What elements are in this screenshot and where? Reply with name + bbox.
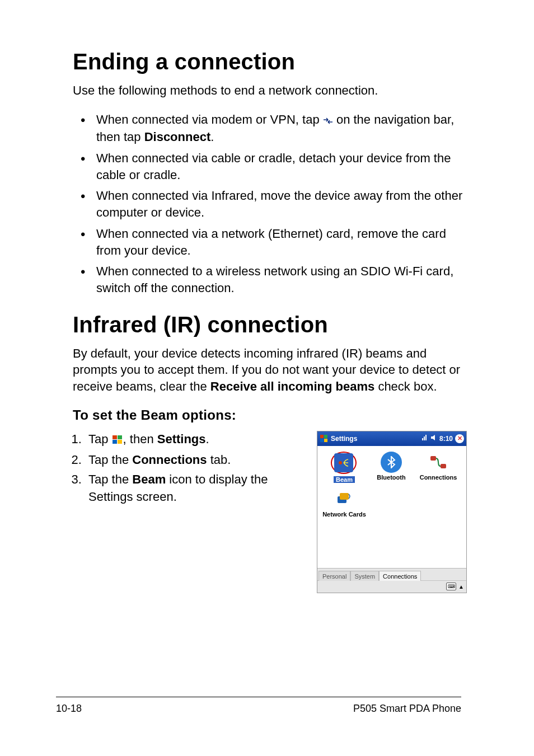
connection-arrows-icon: [323, 112, 333, 129]
beam-app-icon[interactable]: Beam: [321, 450, 368, 483]
tab-personal[interactable]: Personal: [318, 571, 350, 581]
close-button[interactable]: ✕: [455, 434, 464, 443]
heading-ending-connection: Ending a connection: [73, 49, 467, 74]
intro-ending-connection: Use the following methods to end a netwo…: [73, 82, 467, 99]
text-fragment: Tap the: [88, 453, 132, 467]
network-card-icon: [336, 492, 352, 506]
text-fragment: When connected via modem or VPN, tap: [96, 112, 323, 126]
bullet-modem-vpn: When connected via modem or VPN, tap on …: [77, 111, 467, 145]
sip-bar: ⌨ ▲: [317, 580, 466, 593]
beam-infrared-icon: [337, 457, 350, 469]
svg-point-8: [339, 461, 342, 464]
svg-rect-1: [118, 435, 122, 439]
settings-icon-grid: Beam Bluetooth: [317, 446, 466, 568]
svg-rect-9: [430, 456, 436, 461]
svg-rect-12: [340, 493, 349, 500]
subheading-beam-options: To set the Beam options:: [73, 407, 467, 423]
keyboard-icon[interactable]: ⌨: [446, 583, 456, 590]
screenshot-container: Settings 8:10 ✕: [317, 431, 467, 593]
bold-settings: Settings: [157, 432, 206, 446]
product-name: P505 Smart PDA Phone: [353, 703, 461, 715]
text-fragment: .: [210, 130, 214, 144]
page: Ending a connection Use the following me…: [0, 0, 534, 756]
svg-rect-10: [441, 464, 446, 468]
step-1: Tap , then Settings.: [85, 431, 300, 450]
text-fragment: Tap: [88, 432, 112, 446]
bluetooth-app-icon[interactable]: Bluetooth: [368, 450, 415, 483]
text-fragment: .: [206, 432, 209, 446]
sip-chevron-up-icon[interactable]: ▲: [458, 584, 464, 590]
step-3: Tap the Beam icon to display the Setting…: [85, 471, 300, 506]
device-screenshot: Settings 8:10 ✕: [317, 431, 467, 593]
svg-rect-5: [324, 435, 327, 438]
svg-rect-4: [320, 435, 324, 438]
bullet-infrared: When connected via Infrared, move the de…: [77, 187, 467, 220]
icon-label-bluetooth: Bluetooth: [368, 474, 415, 481]
svg-rect-7: [324, 439, 327, 442]
bold-disconnect: Disconnect: [144, 130, 211, 144]
icon-label-network-cards: Network Cards: [321, 511, 368, 518]
window-title: Settings: [331, 435, 419, 443]
speaker-icon: [430, 434, 437, 443]
bullet-cable-cradle: When connected via cable or cradle, deta…: [77, 150, 467, 183]
tab-bar: Personal System Connections: [317, 568, 466, 580]
step-2: Tap the Connections tab.: [85, 452, 300, 469]
bold-beam: Beam: [132, 472, 166, 486]
window-titlebar: Settings 8:10 ✕: [317, 431, 466, 446]
svg-rect-0: [113, 435, 117, 439]
bold-connections: Connections: [132, 453, 207, 467]
svg-rect-3: [118, 440, 122, 444]
icon-label-beam: Beam: [334, 476, 355, 483]
connections-link-icon: [430, 455, 447, 469]
svg-rect-6: [320, 439, 324, 442]
bullet-ethernet: When connected via a network (Ethernet) …: [77, 226, 467, 259]
signal-icon: [421, 434, 428, 443]
connections-app-icon[interactable]: Connections: [415, 450, 462, 483]
network-cards-app-icon[interactable]: Network Cards: [321, 487, 368, 518]
text-fragment: , then: [123, 432, 157, 446]
text-fragment: tab.: [207, 453, 231, 467]
bluetooth-icon: [387, 456, 396, 468]
tab-connections[interactable]: Connections: [379, 571, 421, 581]
intro-infrared: By default, your device detects incoming…: [73, 345, 467, 395]
icon-label-connections: Connections: [415, 474, 462, 481]
heading-infrared-connection: Infrared (IR) connection: [73, 312, 467, 337]
bullet-list-end-methods: When connected via modem or VPN, tap on …: [77, 111, 467, 297]
bold-receive-beams: Receive all incoming beams: [210, 379, 374, 393]
tab-system[interactable]: System: [350, 571, 379, 581]
clock-label: 8:10: [439, 435, 453, 443]
two-column-layout: Tap , then Settings. Tap the Connections…: [73, 431, 467, 593]
status-area: 8:10: [421, 434, 453, 443]
windows-start-icon: [112, 433, 123, 450]
svg-rect-2: [113, 440, 117, 444]
page-number: 10-18: [56, 703, 82, 715]
bullet-sdio-wifi: When connected to a wireless network usi…: [77, 263, 467, 296]
steps-list: Tap , then Settings. Tap the Connections…: [85, 431, 300, 508]
text-fragment: Tap the: [88, 472, 132, 486]
page-footer: 10-18 P505 Smart PDA Phone: [56, 697, 461, 715]
start-menu-icon[interactable]: [320, 434, 329, 443]
text-fragment: check box.: [378, 379, 437, 393]
